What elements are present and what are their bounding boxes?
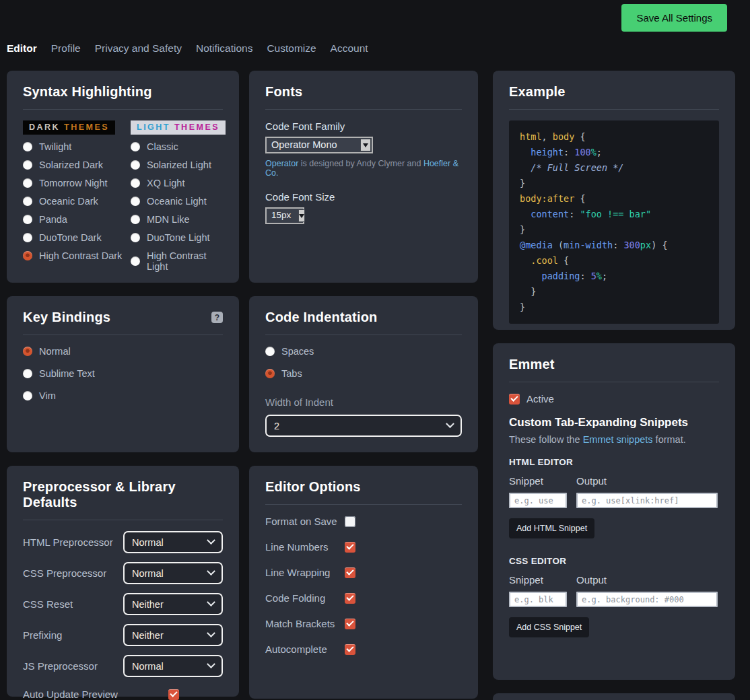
radio-icon[interactable] <box>131 215 140 224</box>
key-binding-radio-option[interactable]: Vim <box>23 390 223 401</box>
code-font-family-label: Code Font Family <box>265 120 462 132</box>
theme-radio-option[interactable]: XQ Light <box>131 178 223 188</box>
theme-radio-option[interactable]: Panda <box>23 214 131 225</box>
panel-title: Fonts <box>265 84 462 100</box>
option-checkbox[interactable] <box>345 619 355 629</box>
nav-tab[interactable]: Privacy and Safety <box>95 42 182 55</box>
radio-icon[interactable] <box>23 391 32 400</box>
radio-icon[interactable] <box>131 233 140 242</box>
key-binding-radio-option[interactable]: Sublime Text <box>23 368 223 379</box>
radio-icon[interactable] <box>23 233 32 242</box>
preprocessor-select[interactable]: Neither <box>123 624 223 646</box>
html-snippet-input[interactable] <box>509 493 567 508</box>
radio-icon[interactable] <box>23 369 32 378</box>
theme-radio-option[interactable]: Solarized Light <box>131 160 223 170</box>
radio-icon[interactable] <box>131 160 140 170</box>
nav-tab[interactable]: Notifications <box>196 42 252 55</box>
indentation-radio-option[interactable]: Tabs <box>265 368 462 379</box>
theme-radio-option[interactable]: Twilight <box>23 141 131 152</box>
radio-icon[interactable] <box>23 215 32 224</box>
option-checkbox[interactable] <box>345 567 355 578</box>
preprocessor-select[interactable]: Normal <box>123 531 223 553</box>
operator-link[interactable]: Operator <box>265 159 298 168</box>
nav-tab[interactable]: Customize <box>267 42 316 55</box>
radio-icon[interactable] <box>23 160 32 170</box>
theme-radio-option[interactable]: DuoTone Light <box>131 232 223 243</box>
radio-icon[interactable] <box>131 142 140 151</box>
radio-icon[interactable] <box>23 347 32 356</box>
emmet-snippets-link[interactable]: Emmet snippets <box>583 434 653 445</box>
preprocessor-row: JS Preprocessor Normal <box>23 655 223 677</box>
radio-icon[interactable] <box>131 256 140 266</box>
code-font-family-select[interactable]: Operator Mono <box>265 137 373 153</box>
preprocessor-select[interactable]: Normal <box>123 655 223 677</box>
panel-emmet: Emmet Active Custom Tab-Expanding Snippe… <box>493 343 735 680</box>
auto-update-checkbox[interactable] <box>168 689 179 700</box>
width-of-indent-label: Width of Indent <box>265 396 462 408</box>
preprocessor-select[interactable]: Normal <box>123 562 223 584</box>
editor-option-row: Line Numbers <box>265 541 462 553</box>
option-checkbox[interactable] <box>345 644 355 655</box>
radio-icon[interactable] <box>131 197 140 206</box>
html-output-input[interactable] <box>576 493 718 508</box>
preprocessor-row: CSS Reset Neither <box>23 593 223 615</box>
option-checkbox[interactable] <box>345 542 355 553</box>
help-icon[interactable]: ? <box>211 312 223 323</box>
preprocessor-select[interactable]: Neither <box>123 593 223 615</box>
editor-options-list: Format on Save Line Numbers Line Wrappin… <box>265 516 462 655</box>
chevron-down-icon <box>207 567 215 575</box>
save-all-settings-button[interactable]: Save All Settings <box>621 4 727 32</box>
dropdown-arrow-icon[interactable] <box>298 209 305 222</box>
radio-icon[interactable] <box>23 197 32 206</box>
theme-radio-option[interactable]: Oceanic Dark <box>23 196 131 207</box>
panel-title: Key Bindings <box>23 310 110 325</box>
theme-radio-option[interactable]: MDN Like <box>131 214 223 225</box>
nav-tab[interactable]: Profile <box>51 42 81 55</box>
code-font-size-select[interactable]: 15px <box>265 207 304 224</box>
radio-icon[interactable] <box>23 178 32 188</box>
width-of-indent-select[interactable]: 2 <box>265 415 462 437</box>
key-bindings-list: Normal Sublime Text Vim <box>23 346 223 401</box>
select-value: Normal <box>132 661 164 672</box>
chevron-down-icon <box>207 629 215 637</box>
css-snippet-input[interactable] <box>509 592 567 607</box>
radio-icon[interactable] <box>131 178 140 188</box>
add-css-snippet-button[interactable]: Add CSS Snippet <box>509 617 589 637</box>
theme-radio-option[interactable]: High Contrast Dark <box>23 250 131 261</box>
panel-editor-options: Editor Options Format on Save Line Numbe… <box>249 466 478 699</box>
snippet-label: Snippet <box>509 574 567 586</box>
panel-title: Preprocessor & Library Defaults <box>23 479 223 510</box>
theme-radio-option[interactable]: Solarized Dark <box>23 160 131 170</box>
light-themes-badge: LIGHT THEMES <box>131 120 226 135</box>
theme-radio-option[interactable]: DuoTone Dark <box>23 232 131 243</box>
theme-radio-option[interactable]: Tomorrow Night <box>23 178 131 188</box>
select-value: 2 <box>274 421 279 431</box>
radio-icon[interactable] <box>265 347 275 356</box>
key-binding-radio-option[interactable]: Normal <box>23 346 223 357</box>
theme-radio-option[interactable]: Classic <box>131 141 223 152</box>
theme-radio-option[interactable]: High Contrast Light <box>131 250 223 272</box>
emmet-active-checkbox[interactable] <box>509 394 520 405</box>
theme-radio-option[interactable]: Oceanic Light <box>131 196 223 207</box>
preprocessor-row: CSS Preprocessor Normal <box>23 562 223 584</box>
option-checkbox[interactable] <box>345 516 355 527</box>
dropdown-arrow-icon[interactable] <box>360 139 371 151</box>
emmet-active-row[interactable]: Active <box>509 393 719 405</box>
panel-title: Syntax Highlighting <box>23 84 223 100</box>
radio-icon[interactable] <box>23 251 32 260</box>
preprocessor-row: Prefixing Neither <box>23 624 223 646</box>
nav-tab[interactable]: Account <box>331 42 368 55</box>
css-output-input[interactable] <box>576 592 718 607</box>
nav-tab[interactable]: Editor <box>7 42 37 55</box>
add-html-snippet-button[interactable]: Add HTML Snippet <box>509 518 594 538</box>
dark-theme-list: Twilight Solarized Dark Tomorrow Night <box>23 141 131 279</box>
radio-icon[interactable] <box>23 142 32 151</box>
radio-icon[interactable] <box>265 369 275 378</box>
select-value: Normal <box>132 568 164 579</box>
divider <box>23 335 223 335</box>
indentation-radio-option[interactable]: Spaces <box>265 346 462 357</box>
panel-key-bindings: Key Bindings ? Normal Sublime Text <box>7 296 239 452</box>
option-checkbox[interactable] <box>345 593 355 604</box>
editor-option-row: Code Folding <box>265 592 462 604</box>
divider <box>265 504 462 505</box>
